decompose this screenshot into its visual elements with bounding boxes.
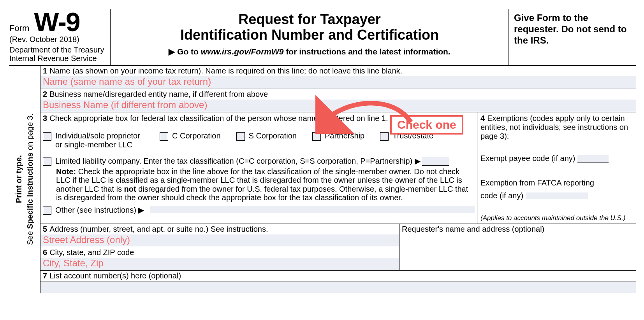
header-right: Give Form to the requester. Do not send … (509, 9, 636, 65)
checkbox-other-label: Other (see instructions) ▶ (55, 205, 144, 215)
exempt-payee-label: Exempt payee code (if any) (480, 154, 575, 163)
checkbox-scorp-label: S Corporation (249, 131, 297, 140)
note-bold: Note: (56, 167, 76, 176)
goto-url: www.irs.gov/FormW9 (201, 47, 284, 56)
side-instructions: See Specific Instructions on page 3. (26, 114, 35, 245)
line4-num: 4 (480, 114, 485, 122)
checkbox-individual[interactable] (43, 132, 51, 141)
side-column: Print or type. See Specific Instructions… (9, 66, 40, 293)
goto-prefix: ▶ Go to (169, 47, 201, 56)
checkbox-llc-label: Limited liability company. Enter the tax… (55, 157, 421, 165)
header-row: Form W-9 (Rev. October 2018) Department … (9, 9, 636, 66)
side-print-type: Print or type. (14, 155, 23, 203)
line5-num: 5 (43, 225, 47, 233)
line1-label-row: 1Name (as shown on your income tax retur… (40, 66, 636, 76)
checkbox-partnership-wrap[interactable]: Partnership (312, 131, 364, 149)
checkbox-ccorp[interactable] (160, 132, 168, 141)
line3-num: 3 (43, 114, 47, 122)
line1-label: Name (as shown on your income tax return… (49, 66, 402, 75)
line7-input[interactable] (40, 281, 636, 293)
fatca-label2: code (if any) (480, 191, 523, 200)
checkbox-ccorp-wrap[interactable]: C Corporation (160, 131, 221, 149)
checkbox-other[interactable] (43, 206, 51, 215)
exempt-payee-input[interactable] (577, 155, 609, 163)
requester-label: Requester's name and address (optional) (402, 225, 544, 233)
line2-label: Business name/disregarded entity name, i… (49, 90, 268, 98)
header-left: Form W-9 (Rev. October 2018) Department … (9, 9, 111, 65)
checkbox-individual-wrap[interactable]: Individual/sole proprietor or single-mem… (43, 131, 144, 149)
checkbox-other-wrap[interactable]: Other (see instructions) ▶ (43, 205, 475, 215)
checkbox-ccorp-label: C Corporation (172, 131, 221, 140)
checkbox-llc[interactable] (43, 157, 51, 166)
line7-row: 7List account number(s) here (optional) (40, 271, 636, 281)
llc-classification-input[interactable] (422, 157, 449, 166)
address-section: 5Address (number, street, and apt. or su… (40, 224, 636, 271)
llc-note: Note: Check the appropriate box in the l… (43, 167, 475, 202)
title-line1: Request for Taxpayer (114, 12, 505, 27)
line7-num: 7 (43, 271, 47, 280)
checkbox-llc-wrap[interactable]: Limited liability company. Enter the tax… (43, 156, 475, 166)
line2-num: 2 (43, 90, 47, 98)
revision: (Rev. October 2018) (9, 35, 110, 44)
checkbox-scorp-wrap[interactable]: S Corporation (236, 131, 297, 149)
requester-box[interactable]: Requester's name and address (optional) (399, 224, 636, 270)
fatca-label1: Exemption from FATCA reporting (480, 178, 594, 187)
section-4: 4Exemptions (codes apply only to certain… (477, 112, 636, 224)
line5-label: Address (number, street, and apt. or sui… (49, 225, 268, 233)
header-mid: Request for Taxpayer Identification Numb… (111, 9, 509, 65)
checkbox-individual-label: Individual/sole proprietor or single-mem… (55, 131, 144, 149)
address-left: 5Address (number, street, and apt. or su… (40, 224, 399, 270)
fatca-input[interactable] (526, 192, 588, 200)
line5-input[interactable]: Street Address (only) (40, 234, 399, 247)
line6-num: 6 (43, 248, 47, 257)
goto-suffix: for instructions and the latest informat… (284, 47, 450, 56)
other-input[interactable] (150, 206, 475, 214)
title-line2: Identification Number and Certification (114, 27, 505, 43)
line4-label: Exemptions (codes apply only to certain … (480, 114, 628, 140)
w9-form: Form W-9 (Rev. October 2018) Department … (9, 9, 636, 293)
department: Department of the Treasury Internal Reve… (9, 45, 110, 63)
applies-note: (Applies to accounts maintained outside … (480, 214, 634, 222)
form-word: Form (9, 23, 29, 33)
goto-line: ▶ Go to www.irs.gov/FormW9 for instructi… (114, 47, 505, 56)
arrow-icon (315, 91, 417, 134)
line6-input[interactable]: City, State, Zip (40, 258, 399, 270)
checkbox-scorp[interactable] (236, 132, 245, 141)
note-not: not (124, 185, 136, 193)
form-code: W-9 (34, 11, 79, 33)
line1-num: 1 (43, 66, 47, 75)
line1-input[interactable]: Name (same name as of your tax return) (40, 76, 636, 89)
line6-label: City, state, and ZIP code (49, 248, 134, 257)
line7-label: List account number(s) here (optional) (49, 271, 181, 280)
